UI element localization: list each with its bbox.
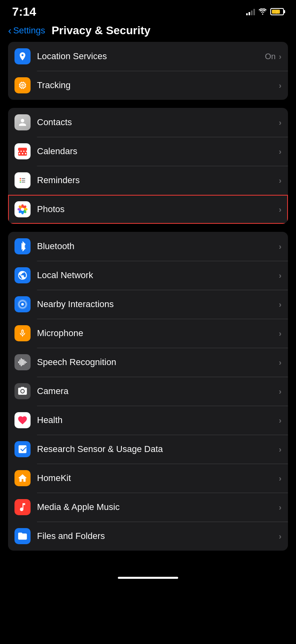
location-services-label: Location Services — [37, 51, 265, 62]
contacts-icon — [14, 114, 31, 130]
location-services-value: On — [265, 52, 276, 61]
list-item-local-network[interactable]: Local Network › — [8, 261, 288, 290]
research-sensor-label: Research Sensor & Usage Data — [37, 444, 279, 454]
photos-icon — [14, 201, 31, 217]
wifi-icon — [258, 8, 267, 15]
camera-chevron: › — [279, 387, 282, 396]
group-location: Location Services On › Tracking › — [8, 42, 288, 100]
list-item-homekit[interactable]: HomeKit › — [8, 464, 288, 493]
back-label: Settings — [13, 25, 45, 36]
files-chevron: › — [279, 532, 282, 541]
list-item-health[interactable]: Health › — [8, 406, 288, 435]
media-music-label: Media & Apple Music — [37, 502, 279, 512]
homekit-chevron: › — [279, 474, 282, 483]
nearby-interactions-chevron: › — [279, 300, 282, 309]
calendars-chevron: › — [279, 147, 282, 156]
media-music-icon — [14, 499, 31, 515]
research-sensor-chevron: › — [279, 445, 282, 454]
list-item-photos[interactable]: Photos › — [8, 195, 288, 224]
back-chevron-icon: ‹ — [8, 25, 12, 36]
bluetooth-label: Bluetooth — [37, 241, 279, 252]
nav-header: ‹ Settings Privacy & Security — [0, 22, 296, 42]
contacts-chevron: › — [279, 118, 282, 127]
location-services-icon — [14, 48, 31, 64]
list-item-microphone[interactable]: Microphone › — [8, 319, 288, 348]
photos-label: Photos — [37, 204, 279, 215]
group-permissions: Bluetooth › Local Network › Nearby Inter… — [8, 232, 288, 551]
battery-icon: ⚡ — [270, 8, 284, 15]
speech-recognition-icon — [14, 354, 31, 370]
reminders-chevron: › — [279, 176, 282, 185]
health-label: Health — [37, 415, 279, 425]
group-personal-data: Contacts › ● ● ● ● ● ● ● ● ● Calendars › — [8, 108, 288, 224]
calendars-icon: ● ● ● ● ● ● ● ● ● — [14, 143, 31, 159]
local-network-icon — [14, 267, 31, 283]
microphone-icon — [14, 325, 31, 341]
health-icon — [14, 412, 31, 428]
files-icon — [14, 528, 31, 544]
health-chevron: › — [279, 416, 282, 425]
home-indicator — [118, 577, 178, 579]
reminders-label: Reminders — [37, 175, 279, 186]
list-item-location-services[interactable]: Location Services On › — [8, 42, 288, 71]
svg-text:● ● ● ● ● ●: ● ● ● ● ● ● — [17, 149, 28, 153]
svg-point-21 — [21, 208, 24, 211]
media-music-chevron: › — [279, 503, 282, 512]
research-sensor-icon — [14, 441, 31, 457]
list-item-camera[interactable]: Camera › — [8, 377, 288, 406]
tracking-label: Tracking — [37, 80, 279, 91]
local-network-chevron: › — [279, 271, 282, 280]
photos-chevron: › — [279, 205, 282, 214]
homekit-icon — [14, 470, 31, 486]
svg-point-24 — [21, 303, 24, 306]
microphone-chevron: › — [279, 329, 282, 338]
status-icons: ⚡ — [246, 8, 284, 15]
svg-point-10 — [20, 182, 21, 183]
reminders-icon — [14, 172, 31, 188]
bluetooth-chevron: › — [279, 242, 282, 251]
camera-label: Camera — [37, 386, 279, 396]
svg-point-8 — [20, 180, 21, 181]
tracking-icon — [14, 77, 31, 93]
back-button[interactable]: ‹ Settings — [8, 25, 45, 36]
list-item-contacts[interactable]: Contacts › — [8, 108, 288, 137]
contacts-label: Contacts — [37, 117, 279, 128]
list-item-reminders[interactable]: Reminders › — [8, 166, 288, 195]
list-item-research-sensor[interactable]: Research Sensor & Usage Data › — [8, 435, 288, 464]
status-time: 7:14 — [12, 5, 36, 19]
bluetooth-icon — [14, 238, 31, 254]
list-item-bluetooth[interactable]: Bluetooth › — [8, 232, 288, 261]
list-item-media-music[interactable]: Media & Apple Music › — [8, 493, 288, 522]
list-item-nearby-interactions[interactable]: Nearby Interactions › — [8, 290, 288, 319]
list-item-speech-recognition[interactable]: Speech Recognition › — [8, 348, 288, 377]
location-services-chevron: › — [279, 52, 282, 61]
files-label: Files and Folders — [37, 531, 279, 541]
speech-recognition-label: Speech Recognition — [37, 357, 279, 367]
microphone-label: Microphone — [37, 328, 279, 339]
nearby-interactions-icon — [14, 296, 31, 312]
list-item-tracking[interactable]: Tracking › — [8, 71, 288, 100]
camera-icon — [14, 383, 31, 399]
svg-point-6 — [20, 178, 21, 179]
local-network-label: Local Network — [37, 270, 279, 281]
calendars-label: Calendars — [37, 146, 279, 157]
homekit-label: HomeKit — [37, 473, 279, 483]
list-item-calendars[interactable]: ● ● ● ● ● ● ● ● ● Calendars › — [8, 137, 288, 166]
signal-icon — [246, 8, 255, 15]
list-item-files[interactable]: Files and Folders › — [8, 522, 288, 551]
tracking-chevron: › — [279, 81, 282, 90]
status-bar: 7:14 ⚡ — [0, 0, 296, 22]
page-title: Privacy & Security — [51, 24, 150, 37]
speech-recognition-chevron: › — [279, 358, 282, 367]
nearby-interactions-label: Nearby Interactions — [37, 299, 279, 310]
